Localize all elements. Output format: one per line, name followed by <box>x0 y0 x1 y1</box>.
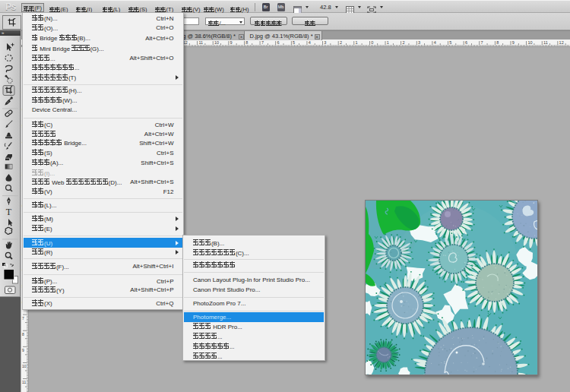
svg-text:6: 6 <box>277 40 280 45</box>
svg-text:10: 10 <box>22 364 27 368</box>
svg-text:12: 12 <box>559 40 564 45</box>
svg-text:1: 1 <box>387 40 389 45</box>
svg-text:7: 7 <box>481 40 483 45</box>
svg-text:12: 12 <box>183 40 188 45</box>
svg-text:3: 3 <box>324 40 326 45</box>
svg-text:9: 9 <box>230 40 233 45</box>
svg-text:8: 8 <box>496 40 499 45</box>
svg-text:0: 0 <box>371 40 373 45</box>
svg-text:10: 10 <box>527 40 532 45</box>
svg-text:10: 10 <box>214 40 219 45</box>
svg-text:11: 11 <box>543 40 548 45</box>
svg-text:2: 2 <box>340 40 342 45</box>
svg-text:8: 8 <box>22 332 24 337</box>
svg-text:3: 3 <box>418 40 420 45</box>
svg-text:9: 9 <box>512 40 515 45</box>
svg-text:8: 8 <box>245 40 248 45</box>
svg-text:6: 6 <box>465 40 467 45</box>
svg-text:5: 5 <box>449 40 451 45</box>
svg-text:2: 2 <box>402 40 404 45</box>
svg-text:7: 7 <box>22 316 24 321</box>
svg-text:4: 4 <box>309 40 311 45</box>
svg-text:T: T <box>6 207 12 217</box>
svg-text:4: 4 <box>434 40 436 45</box>
svg-text:11: 11 <box>22 380 26 384</box>
svg-text:1: 1 <box>356 40 358 45</box>
svg-text:5: 5 <box>293 40 295 45</box>
svg-text:7: 7 <box>261 40 264 45</box>
svg-text:9: 9 <box>22 348 24 352</box>
svg-text:11: 11 <box>198 40 203 45</box>
